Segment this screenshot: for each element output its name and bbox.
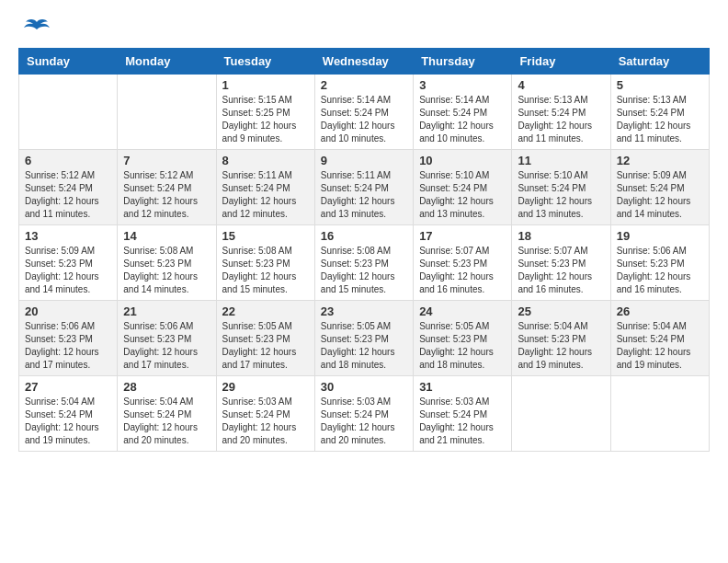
day-info: Sunrise: 5:08 AMSunset: 5:23 PMDaylight:… (321, 245, 407, 296)
day-number: 21 (123, 304, 210, 318)
day-number: 19 (617, 229, 703, 243)
day-number: 11 (518, 154, 604, 167)
day-info: Sunrise: 5:13 AMSunset: 5:24 PMDaylight:… (518, 94, 604, 145)
calendar-cell: 3Sunrise: 5:14 AMSunset: 5:24 PMDaylight… (414, 75, 512, 150)
calendar-cell: 8Sunrise: 5:11 AMSunset: 5:24 PMDaylight… (216, 150, 314, 225)
calendar-cell: 1Sunrise: 5:15 AMSunset: 5:25 PMDaylight… (216, 75, 314, 150)
calendar-cell: 18Sunrise: 5:07 AMSunset: 5:23 PMDayligh… (512, 225, 610, 301)
day-number: 12 (617, 154, 703, 167)
day-info: Sunrise: 5:03 AMSunset: 5:24 PMDaylight:… (321, 396, 407, 447)
day-info: Sunrise: 5:05 AMSunset: 5:23 PMDaylight:… (222, 320, 309, 372)
calendar-header-monday: Monday (118, 49, 216, 75)
day-info: Sunrise: 5:07 AMSunset: 5:23 PMDaylight:… (518, 245, 604, 296)
day-info: Sunrise: 5:12 AMSunset: 5:24 PMDaylight:… (25, 169, 111, 221)
day-info: Sunrise: 5:09 AMSunset: 5:23 PMDaylight:… (25, 245, 111, 296)
calendar-header-sunday: Sunday (19, 49, 118, 75)
day-info: Sunrise: 5:15 AMSunset: 5:25 PMDaylight:… (222, 94, 309, 145)
calendar-cell (118, 75, 216, 150)
day-number: 25 (518, 304, 604, 318)
calendar-cell: 28Sunrise: 5:04 AMSunset: 5:24 PMDayligh… (118, 376, 216, 452)
calendar-cell: 16Sunrise: 5:08 AMSunset: 5:23 PMDayligh… (314, 225, 413, 301)
day-info: Sunrise: 5:13 AMSunset: 5:24 PMDaylight:… (617, 94, 703, 145)
calendar-cell: 6Sunrise: 5:12 AMSunset: 5:24 PMDaylight… (19, 150, 118, 225)
calendar-cell: 13Sunrise: 5:09 AMSunset: 5:23 PMDayligh… (19, 225, 118, 301)
day-info: Sunrise: 5:14 AMSunset: 5:24 PMDaylight:… (419, 94, 506, 145)
day-number: 1 (222, 78, 309, 92)
day-info: Sunrise: 5:12 AMSunset: 5:24 PMDaylight:… (123, 169, 210, 221)
calendar-cell: 12Sunrise: 5:09 AMSunset: 5:24 PMDayligh… (610, 150, 709, 225)
calendar-cell: 4Sunrise: 5:13 AMSunset: 5:24 PMDaylight… (512, 75, 610, 150)
day-number: 31 (419, 380, 506, 394)
page-header (18, 18, 710, 39)
calendar-header-saturday: Saturday (610, 49, 709, 75)
calendar-cell: 21Sunrise: 5:06 AMSunset: 5:23 PMDayligh… (118, 301, 216, 376)
calendar-cell: 10Sunrise: 5:10 AMSunset: 5:24 PMDayligh… (414, 150, 512, 225)
day-number: 18 (518, 229, 604, 243)
calendar-cell: 17Sunrise: 5:07 AMSunset: 5:23 PMDayligh… (414, 225, 512, 301)
day-number: 4 (518, 78, 604, 92)
calendar-cell: 2Sunrise: 5:14 AMSunset: 5:24 PMDaylight… (314, 75, 413, 150)
calendar-cell (19, 75, 118, 150)
day-info: Sunrise: 5:11 AMSunset: 5:24 PMDaylight:… (222, 169, 309, 221)
calendar-cell: 19Sunrise: 5:06 AMSunset: 5:23 PMDayligh… (610, 225, 709, 301)
day-info: Sunrise: 5:04 AMSunset: 5:23 PMDaylight:… (518, 320, 604, 372)
day-info: Sunrise: 5:07 AMSunset: 5:23 PMDaylight:… (419, 245, 506, 296)
day-info: Sunrise: 5:10 AMSunset: 5:24 PMDaylight:… (518, 169, 604, 221)
day-number: 29 (222, 380, 309, 394)
calendar-cell: 24Sunrise: 5:05 AMSunset: 5:23 PMDayligh… (414, 301, 512, 376)
calendar-cell: 14Sunrise: 5:08 AMSunset: 5:23 PMDayligh… (118, 225, 216, 301)
calendar-cell: 22Sunrise: 5:05 AMSunset: 5:23 PMDayligh… (216, 301, 314, 376)
calendar-cell: 26Sunrise: 5:04 AMSunset: 5:24 PMDayligh… (610, 301, 709, 376)
day-info: Sunrise: 5:06 AMSunset: 5:23 PMDaylight:… (25, 320, 111, 372)
calendar-cell: 27Sunrise: 5:04 AMSunset: 5:24 PMDayligh… (19, 376, 118, 452)
logo (18, 18, 50, 39)
calendar-cell: 9Sunrise: 5:11 AMSunset: 5:24 PMDaylight… (314, 150, 413, 225)
day-number: 22 (222, 304, 309, 318)
calendar-cell: 30Sunrise: 5:03 AMSunset: 5:24 PMDayligh… (314, 376, 413, 452)
logo-bird-icon (24, 18, 50, 39)
day-info: Sunrise: 5:04 AMSunset: 5:24 PMDaylight:… (123, 396, 210, 447)
calendar-cell (512, 376, 610, 452)
day-number: 6 (25, 154, 111, 167)
calendar-cell: 15Sunrise: 5:08 AMSunset: 5:23 PMDayligh… (216, 225, 314, 301)
day-number: 5 (617, 78, 703, 92)
calendar-header-friday: Friday (512, 49, 610, 75)
calendar-header-wednesday: Wednesday (314, 49, 413, 75)
day-info: Sunrise: 5:05 AMSunset: 5:23 PMDaylight:… (321, 320, 407, 372)
day-number: 24 (419, 304, 506, 318)
day-info: Sunrise: 5:08 AMSunset: 5:23 PMDaylight:… (222, 245, 309, 296)
day-number: 3 (419, 78, 506, 92)
day-number: 20 (25, 304, 111, 318)
day-info: Sunrise: 5:04 AMSunset: 5:24 PMDaylight:… (617, 320, 703, 372)
day-number: 13 (25, 229, 111, 243)
calendar-cell: 25Sunrise: 5:04 AMSunset: 5:23 PMDayligh… (512, 301, 610, 376)
day-number: 10 (419, 154, 506, 167)
day-info: Sunrise: 5:10 AMSunset: 5:24 PMDaylight:… (419, 169, 506, 221)
day-number: 30 (321, 380, 407, 394)
calendar-header-thursday: Thursday (414, 49, 512, 75)
calendar-header-tuesday: Tuesday (216, 49, 314, 75)
day-info: Sunrise: 5:06 AMSunset: 5:23 PMDaylight:… (617, 245, 703, 296)
day-number: 14 (123, 229, 210, 243)
calendar-cell: 29Sunrise: 5:03 AMSunset: 5:24 PMDayligh… (216, 376, 314, 452)
calendar-table: SundayMondayTuesdayWednesdayThursdayFrid… (18, 48, 710, 452)
calendar-cell: 7Sunrise: 5:12 AMSunset: 5:24 PMDaylight… (118, 150, 216, 225)
day-info: Sunrise: 5:14 AMSunset: 5:24 PMDaylight:… (321, 94, 407, 145)
day-number: 26 (617, 304, 703, 318)
day-info: Sunrise: 5:05 AMSunset: 5:23 PMDaylight:… (419, 320, 506, 372)
calendar-cell: 23Sunrise: 5:05 AMSunset: 5:23 PMDayligh… (314, 301, 413, 376)
day-number: 17 (419, 229, 506, 243)
day-number: 27 (25, 380, 111, 394)
day-number: 23 (321, 304, 407, 318)
calendar-cell (610, 376, 709, 452)
day-info: Sunrise: 5:08 AMSunset: 5:23 PMDaylight:… (123, 245, 210, 296)
calendar-cell: 11Sunrise: 5:10 AMSunset: 5:24 PMDayligh… (512, 150, 610, 225)
calendar-cell: 31Sunrise: 5:03 AMSunset: 5:24 PMDayligh… (414, 376, 512, 452)
calendar-cell: 5Sunrise: 5:13 AMSunset: 5:24 PMDaylight… (610, 75, 709, 150)
day-number: 28 (123, 380, 210, 394)
day-number: 7 (123, 154, 210, 167)
day-info: Sunrise: 5:09 AMSunset: 5:24 PMDaylight:… (617, 169, 703, 221)
day-info: Sunrise: 5:04 AMSunset: 5:24 PMDaylight:… (25, 396, 111, 447)
day-info: Sunrise: 5:06 AMSunset: 5:23 PMDaylight:… (123, 320, 210, 372)
day-number: 8 (222, 154, 309, 167)
